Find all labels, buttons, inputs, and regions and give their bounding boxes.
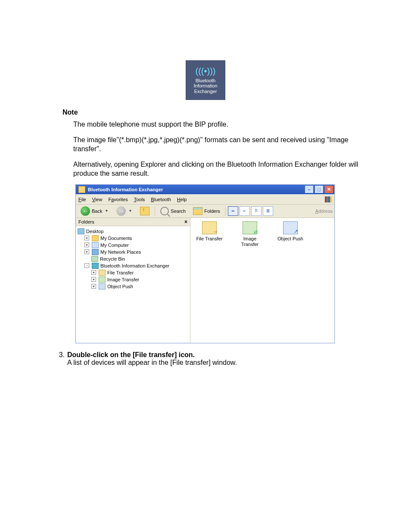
expand-icon[interactable]: + [84,243,89,247]
menu-bluetooth[interactable]: Bluetooth [151,197,171,202]
toolbar-separator [155,206,155,216]
back-arrow-icon: ← [81,206,90,216]
window-icon [78,186,85,193]
minimize-button[interactable]: – [305,185,314,193]
object-push-icon [99,283,106,289]
back-button[interactable]: ← Back ▼ [78,205,112,217]
back-label: Back [92,208,102,214]
file-transfer-icon [202,221,217,234]
tree-network-places[interactable]: +My Network Places [78,249,188,255]
search-button[interactable]: Search [157,205,189,217]
view-details-button[interactable]: ≣ [263,206,273,216]
toolbar-separator [225,206,226,216]
note-paragraph-1: The mobile telephone must support the BI… [73,120,361,129]
recycle-bin-icon [91,256,98,262]
window-titlebar[interactable]: Bluetooth Information Exchanger – □ ✕ [76,185,334,194]
up-folder-icon [140,207,149,215]
windows-flag-icon [325,196,332,202]
menu-view[interactable]: View [92,197,103,202]
tree-bluetooth-exchanger[interactable]: -Bluetooth Information Exchanger [78,262,188,269]
menubar: File View Favorites Tools Bluetooth Help… [76,194,334,205]
note-paragraph-3: Alternatively, opening Explorer and clic… [73,160,361,178]
step-heading: Double-click on the [File transfer] icon… [67,351,195,358]
tree-image-transfer[interactable]: +Image Transfer [78,276,188,283]
folder-tree: Desktop +My Documents +My Computer +My N… [76,226,190,343]
computer-icon [92,242,99,248]
folders-pane-header: Folders × [76,218,190,226]
item-label: Object Push [275,236,306,242]
collapse-icon[interactable]: - [84,263,89,268]
tree-recycle-bin[interactable]: Recycle Bin [78,255,188,262]
menu-help[interactable]: Help [177,197,187,202]
icon-text-line2: Information [193,83,217,89]
bluetooth-exchanger-desktop-icon[interactable]: (((•))) Bluetooth Information Exchanger [186,60,225,100]
expand-icon[interactable]: + [91,284,96,289]
explorer-window: Bluetooth Information Exchanger – □ ✕ Fi… [75,184,335,343]
folders-pane-close-icon[interactable]: × [184,219,187,225]
window-title: Bluetooth Information Exchanger [88,187,304,192]
up-button[interactable] [137,205,153,217]
search-icon [160,207,169,215]
item-label: Image Transfer [234,236,265,247]
maximize-button[interactable]: □ [314,185,324,193]
folders-label: Folders [204,208,220,214]
bluetooth-icon [92,263,99,269]
expand-icon[interactable]: + [84,236,89,240]
file-transfer-icon [99,270,106,276]
forward-button[interactable]: → ▼ [113,205,136,217]
step-body-text: A list of devices will appear in the [Fi… [67,359,237,366]
view-list-button[interactable]: ▪· [240,206,250,216]
tree-my-computer[interactable]: +My Computer [78,242,188,249]
search-label: Search [171,208,186,214]
expand-icon[interactable]: + [91,270,96,275]
note-paragraph-2: The image file"(*.bmp)(*.jpg,*.jpeg)(*.p… [73,135,361,154]
image-transfer-icon [243,221,257,234]
icon-text-line1: Bluetooth [196,78,215,84]
chevron-down-icon[interactable]: ▼ [105,209,108,213]
step-number: 3. [50,351,67,367]
desktop-icon [78,228,84,234]
forward-arrow-icon: → [116,206,126,216]
menu-tools[interactable]: Tools [134,197,145,202]
view-tiles-button[interactable]: ⠿ [251,206,262,216]
toolbar: ← Back ▼ → ▼ Search Folders ▪▪ ▪· ⠿ ≣ Ad… [76,205,334,218]
view-icons-button[interactable]: ▪▪ [228,206,238,216]
network-icon [92,249,99,255]
address-label[interactable]: Address [315,208,333,214]
object-push-icon [283,221,298,234]
close-button[interactable]: ✕ [324,185,333,193]
folders-pane-title: Folders [78,219,94,224]
item-file-transfer[interactable]: File Transfer [194,221,225,242]
icon-text-line3: Exchanger [194,89,217,94]
tree-object-push[interactable]: +Object Push [78,283,188,290]
item-image-transfer[interactable]: Image Transfer [234,221,265,247]
bluetooth-signal-icon: (((•))) [196,66,216,76]
expand-icon[interactable]: + [84,249,89,254]
tree-file-transfer[interactable]: +File Transfer [78,269,188,276]
menu-favorites[interactable]: Favorites [108,197,128,202]
tree-desktop[interactable]: Desktop [78,228,188,235]
folder-icon [92,235,99,241]
tree-my-documents[interactable]: +My Documents [78,235,188,242]
folders-pane: Folders × Desktop +My Documents +My Comp… [76,218,190,343]
item-object-push[interactable]: Object Push [275,221,306,242]
menu-file[interactable]: File [78,197,86,202]
image-transfer-icon [99,277,106,283]
expand-icon[interactable]: + [91,277,96,282]
note-heading: Note [62,109,361,116]
chevron-down-icon[interactable]: ▼ [128,209,132,213]
content-pane[interactable]: File Transfer Image Transfer Object Push [190,218,334,343]
folder-open-icon [193,207,202,215]
folders-button[interactable]: Folders [190,206,223,216]
item-label: File Transfer [194,236,225,242]
